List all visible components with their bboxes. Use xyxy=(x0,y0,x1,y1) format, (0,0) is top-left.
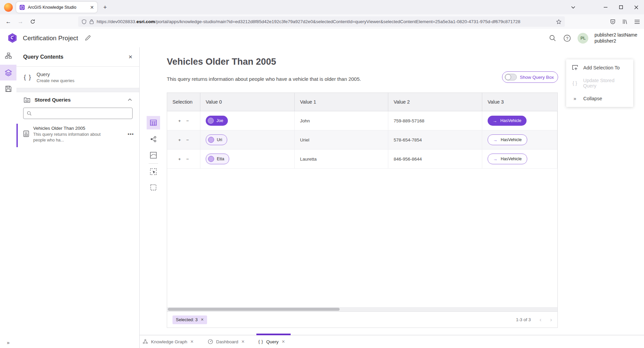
app-body: » Query Contents ✕ { } Query Create new … xyxy=(0,47,644,348)
menu-item-update-stored-query[interactable]: { } Update Stored Query xyxy=(566,75,633,91)
table-row[interactable]: + − Uri Uriel 578-654-7854 → xyxy=(167,130,557,150)
forward-button[interactable]: → xyxy=(15,17,26,27)
cell-value: Lauretta xyxy=(295,150,388,168)
knowledge-graph-icon xyxy=(143,339,148,344)
show-query-box-toggle[interactable] xyxy=(505,74,517,80)
results-table: Selection Value 0 Value 1 Value 2 Value … xyxy=(167,93,558,328)
tracking-protection-shield-icon[interactable] xyxy=(82,19,87,24)
menu-hamburger-icon[interactable] xyxy=(632,17,642,27)
table-row[interactable]: + − Etta Lauretta 846-956-8644 → xyxy=(167,150,557,169)
tab-close-icon[interactable]: ✕ xyxy=(282,339,285,344)
relationship-pill[interactable]: → HasVehicle xyxy=(488,154,527,164)
contents-layers-icon[interactable] xyxy=(0,65,16,80)
query-item[interactable]: { } Query Create new queries xyxy=(16,67,139,88)
add-to-selection-icon[interactable]: + xyxy=(178,118,181,123)
link-chart-icon[interactable] xyxy=(147,132,160,146)
left-rail: » xyxy=(0,47,17,348)
panel-close-icon[interactable]: ✕ xyxy=(128,54,133,60)
expand-rail-icon[interactable]: » xyxy=(0,340,16,345)
knowledge-studio-logo xyxy=(7,33,17,44)
stored-queries-search[interactable] xyxy=(23,108,133,119)
clear-selection-icon[interactable]: ✕ xyxy=(201,317,204,322)
entity-pill[interactable]: Joe xyxy=(206,116,228,126)
stored-query-item[interactable]: Vehicles Older Than 2005 This query retu… xyxy=(16,124,139,147)
tab-close-icon[interactable]: ✕ xyxy=(90,5,94,10)
double-chevron-right-icon: » xyxy=(572,96,578,101)
query-item-subtitle: Create new queries xyxy=(37,78,75,83)
relationship-pill[interactable]: → HasVehicle xyxy=(488,116,527,126)
entity-pill[interactable]: Uri xyxy=(206,134,227,145)
bottom-tabbar: Knowledge Graph ✕ Dashboard ✕ { } Query … xyxy=(140,335,644,348)
window-close-button[interactable] xyxy=(629,0,644,14)
next-page-icon[interactable]: › xyxy=(550,316,552,323)
new-tab-button[interactable]: + xyxy=(100,2,110,12)
entity-pill[interactable]: Etta xyxy=(206,154,229,164)
remove-from-selection-icon[interactable]: − xyxy=(186,157,189,162)
chevron-up-icon[interactable] xyxy=(128,99,132,101)
arrow-right-icon: → xyxy=(493,157,497,162)
dashboard-icon xyxy=(208,339,213,344)
window-maximize-button[interactable] xyxy=(613,0,629,14)
lock-icon[interactable] xyxy=(90,19,94,24)
add-to-selection-icon[interactable]: + xyxy=(178,157,181,162)
search-input[interactable] xyxy=(34,111,129,116)
tab-close-icon[interactable]: ✕ xyxy=(241,339,245,344)
search-icon[interactable] xyxy=(548,34,557,43)
table-row[interactable]: + − Joe John 759-889-57168 → xyxy=(167,111,557,130)
remove-from-selection-icon[interactable]: − xyxy=(186,118,189,123)
stored-query-doc-icon xyxy=(23,130,29,137)
column-header[interactable]: Value 3 xyxy=(482,93,557,111)
avatar[interactable]: PL xyxy=(578,33,588,44)
user-name: publisher2 lastName publisher2 xyxy=(594,32,637,44)
tab-dashboard[interactable]: Dashboard ✕ xyxy=(208,335,245,348)
column-header[interactable]: Value 0 xyxy=(200,93,295,111)
data-model-icon[interactable] xyxy=(0,48,16,64)
selected-indicator xyxy=(16,124,18,147)
previous-page-icon[interactable]: ‹ xyxy=(540,316,542,323)
table-empty-area xyxy=(167,169,557,307)
toolbar-divider xyxy=(149,163,158,164)
menu-item-collapse[interactable]: » Collapse xyxy=(566,91,633,106)
column-header[interactable]: Value 2 xyxy=(388,93,482,111)
reload-button[interactable] xyxy=(28,17,38,27)
save-icon[interactable] xyxy=(0,81,16,97)
selected-count-chip[interactable]: Selected: 3 ✕ xyxy=(172,315,207,324)
window-minimize-button[interactable] xyxy=(598,0,613,14)
tab-knowledge-graph[interactable]: Knowledge Graph ✕ xyxy=(143,335,194,348)
list-tabs-chevron-icon[interactable] xyxy=(567,0,579,14)
bookmark-star-icon[interactable] xyxy=(556,19,561,24)
tab-query[interactable]: { } Query ✕ xyxy=(258,335,285,348)
show-query-box-button[interactable]: Show Query Box xyxy=(502,71,558,83)
column-header[interactable]: Value 1 xyxy=(295,93,388,111)
back-button[interactable]: ← xyxy=(3,17,13,27)
map-view-icon[interactable] xyxy=(147,149,160,162)
stored-queries-header[interactable]: Stored Queries xyxy=(16,92,139,107)
project-title: Certification Project xyxy=(23,35,78,42)
tab-close-icon[interactable]: ✕ xyxy=(190,339,194,344)
select-features-icon[interactable] xyxy=(147,165,160,178)
library-icon[interactable] xyxy=(620,17,630,27)
pocket-save-icon[interactable] xyxy=(608,17,618,27)
help-icon[interactable]: ? xyxy=(563,34,572,43)
browser-tab[interactable]: ArcGIS Knowledge Studio ✕ xyxy=(16,2,97,13)
marquee-select-icon[interactable] xyxy=(147,181,160,194)
relationship-pill[interactable]: → HasVehicle xyxy=(488,134,527,145)
stored-query-title: Vehicles Older Than 2005 xyxy=(33,126,135,131)
add-selection-icon xyxy=(572,65,578,71)
context-menu: Add Selection To { } Update Stored Query… xyxy=(566,59,633,107)
menu-item-add-selection-to[interactable]: Add Selection To xyxy=(566,60,633,75)
remove-from-selection-icon[interactable]: − xyxy=(186,137,189,142)
edit-pencil-icon[interactable] xyxy=(85,35,91,41)
add-to-selection-icon[interactable]: + xyxy=(178,137,181,142)
item-options-ellipsis-icon[interactable]: ••• xyxy=(128,131,134,137)
firefox-icon[interactable] xyxy=(4,3,13,12)
scrollbar-thumb[interactable] xyxy=(168,308,340,311)
column-header[interactable]: Selection xyxy=(167,93,200,111)
panel-divider xyxy=(16,88,139,92)
horizontal-scrollbar[interactable] xyxy=(167,307,557,311)
cell-value: 759-889-57168 xyxy=(388,111,482,130)
entity-dot-icon xyxy=(208,137,214,143)
table-footer: Selected: 3 ✕ 1-3 of 3 ‹ › xyxy=(167,311,557,328)
table-view-icon[interactable] xyxy=(147,116,160,129)
url-bar[interactable]: https://dev0028833.esri.com/portal/apps/… xyxy=(78,16,565,27)
